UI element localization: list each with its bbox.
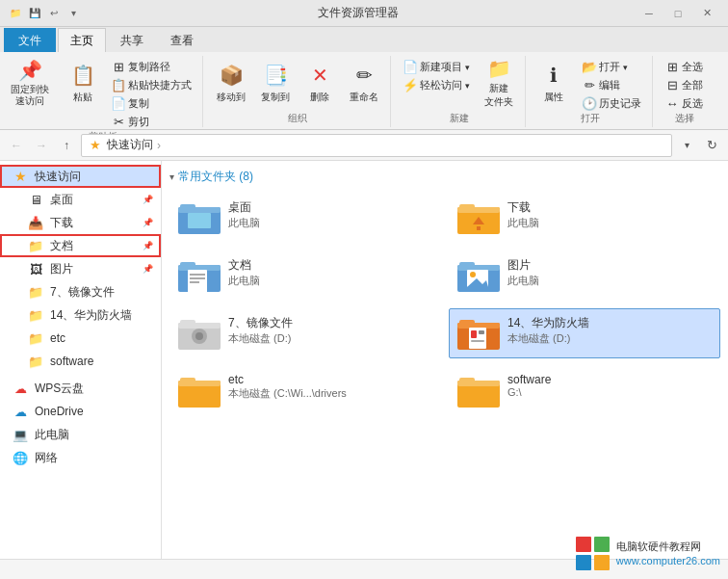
this-pc-icon: 💻 bbox=[12, 426, 29, 443]
new-label: 新建 bbox=[399, 112, 519, 127]
folder-item-pictures[interactable]: 图片 此电脑 bbox=[449, 250, 720, 301]
copy-button[interactable]: 📄 复制 bbox=[107, 94, 196, 112]
tab-home[interactable]: 主页 bbox=[58, 28, 106, 52]
folder-item-mirror[interactable]: 7、镜像文件 本地磁盘 (D:) bbox=[169, 308, 441, 358]
quick-save-icon[interactable]: 💾 bbox=[27, 6, 42, 21]
select-col: ⊞ 全选 ⊟ 全部 ↔ 反选 bbox=[661, 58, 708, 112]
tab-file[interactable]: 文件 bbox=[4, 28, 56, 52]
sidebar-item-wps-cloud[interactable]: ☁ WPS云盘 bbox=[0, 377, 161, 400]
downloads-icon: 📥 bbox=[27, 214, 44, 231]
undo-icon[interactable]: ↩ bbox=[46, 6, 62, 21]
refresh-button[interactable]: ↻ bbox=[701, 135, 722, 156]
pin-to-quick-access-button[interactable]: 📌 固定到快速访问 bbox=[10, 58, 50, 108]
folder-item-documents[interactable]: 文档 此电脑 bbox=[169, 250, 441, 301]
select-none-icon: ⊟ bbox=[665, 78, 679, 92]
folder-path-mirror: 本地磁盘 (D:) bbox=[228, 331, 293, 346]
documents-icon: 📁 bbox=[27, 237, 44, 254]
select-label: 选择 bbox=[661, 112, 708, 127]
copy-to-button[interactable]: 📑 复制到 bbox=[255, 58, 296, 108]
paste-shortcut-icon: 📋 bbox=[112, 78, 125, 92]
edit-button[interactable]: ✏ 编辑 bbox=[578, 76, 646, 93]
forward-button[interactable]: → bbox=[31, 135, 52, 156]
easy-access-button[interactable]: ⚡ 轻松访问 bbox=[399, 76, 475, 93]
history-icon: 🕑 bbox=[583, 96, 596, 110]
software-icon: 📁 bbox=[27, 353, 44, 370]
folder-name-software: software bbox=[507, 373, 551, 386]
sidebar-label-mirror-files: 7、镜像文件 bbox=[50, 284, 115, 301]
back-button[interactable]: ← bbox=[6, 135, 27, 156]
tab-view[interactable]: 查看 bbox=[158, 28, 206, 52]
watermark-logo bbox=[576, 537, 611, 571]
quick-access-icon: ★ bbox=[12, 168, 29, 185]
cut-icon: ✂ bbox=[112, 115, 125, 128]
watermark-text: 电脑软硬件教程网 www.computer26.com bbox=[616, 540, 720, 569]
folder-info-desktop: 桌面 此电脑 bbox=[228, 199, 260, 230]
folder-icon-mirror bbox=[178, 315, 221, 352]
folder-name-documents: 文档 bbox=[228, 257, 260, 274]
new-folder-button[interactable]: 📁 新建文件夹 bbox=[479, 58, 519, 108]
cut-button[interactable]: ✂ 剪切 bbox=[107, 113, 196, 130]
sidebar-item-desktop[interactable]: 🖥 桌面 📌 bbox=[0, 188, 161, 211]
history-button[interactable]: 🕑 历史记录 bbox=[578, 94, 646, 112]
open-button[interactable]: 📂 打开 bbox=[578, 58, 646, 75]
network-icon: 🌐 bbox=[12, 449, 29, 466]
folder-item-downloads[interactable]: 下载 此电脑 bbox=[449, 193, 720, 243]
sidebar-item-network[interactable]: 🌐 网络 bbox=[0, 446, 161, 469]
folder-name-mirror: 7、镜像文件 bbox=[228, 315, 293, 331]
address-bar[interactable]: ★ 快速访问 › bbox=[81, 134, 672, 157]
title-bar-text: 文件资源管理器 bbox=[89, 5, 628, 21]
desktop-icon: 🖥 bbox=[27, 191, 44, 208]
minimize-button[interactable]: ─ bbox=[636, 4, 663, 23]
properties-button[interactable]: ℹ 属性 bbox=[533, 58, 574, 108]
sidebar-item-documents[interactable]: 📁 文档 📌 bbox=[0, 234, 161, 257]
paste-shortcut-button[interactable]: 📋 粘贴快捷方式 bbox=[107, 76, 196, 93]
svg-rect-11 bbox=[180, 262, 195, 268]
invert-select-button[interactable]: ↔ 反选 bbox=[661, 94, 708, 112]
up-button[interactable]: ↑ bbox=[56, 135, 77, 156]
sidebar-item-downloads[interactable]: 📥 下载 📌 bbox=[0, 211, 161, 234]
move-to-button[interactable]: 📦 移动到 bbox=[211, 58, 251, 108]
folder-item-etc[interactable]: etc 本地磁盘 (C:\Wi...\drivers bbox=[169, 366, 441, 416]
delete-button[interactable]: ✕ 删除 bbox=[299, 58, 340, 108]
folder-name-desktop: 桌面 bbox=[228, 199, 260, 216]
folder-path-downloads: 此电脑 bbox=[507, 216, 539, 230]
folder-item-desktop[interactable]: 桌面 此电脑 bbox=[169, 193, 441, 243]
select-all-button[interactable]: ⊞ 全选 bbox=[661, 58, 708, 75]
folder-info-mirror: 7、镜像文件 本地磁盘 (D:) bbox=[228, 315, 293, 346]
select-none-button[interactable]: ⊟ 全部 bbox=[661, 76, 708, 93]
folder-item-software[interactable]: software G:\ bbox=[449, 366, 720, 416]
main-area: ★ 快速访问 🖥 桌面 📌 📥 下载 📌 📁 文档 📌 🖼 图片 📌 📁 7、镜… bbox=[0, 161, 728, 559]
sidebar-item-etc[interactable]: 📁 etc bbox=[0, 327, 161, 350]
folder-item-huawei[interactable]: 14、华为防火墙 本地磁盘 (D:) bbox=[449, 308, 720, 358]
sidebar-item-pictures[interactable]: 🖼 图片 📌 bbox=[0, 257, 161, 280]
sidebar-item-this-pc[interactable]: 💻 此电脑 bbox=[0, 423, 161, 446]
copy-path-button[interactable]: ⊞ 复制路径 bbox=[107, 58, 196, 75]
paste-button[interactable]: 📋 粘贴 bbox=[63, 58, 103, 108]
new-item-dropdown bbox=[465, 61, 470, 72]
pin-icon-downloads: 📌 bbox=[143, 218, 153, 227]
new-item-icon: 📄 bbox=[403, 60, 417, 73]
customize-icon[interactable]: ▾ bbox=[65, 6, 81, 21]
sidebar-item-huawei[interactable]: 📁 14、华为防火墙 bbox=[0, 303, 161, 327]
logo-green bbox=[594, 537, 610, 552]
sidebar-item-mirror-files[interactable]: 📁 7、镜像文件 bbox=[0, 280, 161, 303]
sidebar-item-onedrive[interactable]: ☁ OneDrive bbox=[0, 400, 161, 423]
tab-share[interactable]: 共享 bbox=[108, 28, 156, 52]
new-col: 📄 新建项目 ⚡ 轻松访问 bbox=[399, 58, 475, 93]
onedrive-icon: ☁ bbox=[12, 403, 29, 420]
sidebar-label-network: 网络 bbox=[35, 450, 58, 466]
ribbon-group-clipboard: 📌 固定到快速访问 📋 粘贴 ⊞ 复制路径 📋 粘贴快捷方式 bbox=[4, 56, 203, 127]
title-bar-quick-access: 📁 💾 ↩ ▾ bbox=[8, 6, 81, 21]
new-item-button[interactable]: 📄 新建项目 bbox=[399, 58, 475, 75]
sidebar-item-software[interactable]: 📁 software bbox=[0, 350, 161, 373]
address-dropdown-button[interactable]: ▾ bbox=[676, 135, 697, 156]
rename-button[interactable]: ✏ 重命名 bbox=[344, 58, 384, 108]
huawei-icon: 📁 bbox=[27, 306, 44, 324]
close-button[interactable]: ✕ bbox=[693, 4, 720, 23]
watermark-line1: 电脑软硬件教程网 bbox=[616, 540, 720, 554]
maximize-button[interactable]: □ bbox=[664, 4, 691, 23]
edit-icon: ✏ bbox=[583, 78, 596, 92]
sidebar-label-downloads: 下载 bbox=[50, 215, 73, 231]
sidebar-item-quick-access[interactable]: ★ 快速访问 bbox=[0, 165, 161, 188]
open-dropdown bbox=[623, 61, 628, 72]
